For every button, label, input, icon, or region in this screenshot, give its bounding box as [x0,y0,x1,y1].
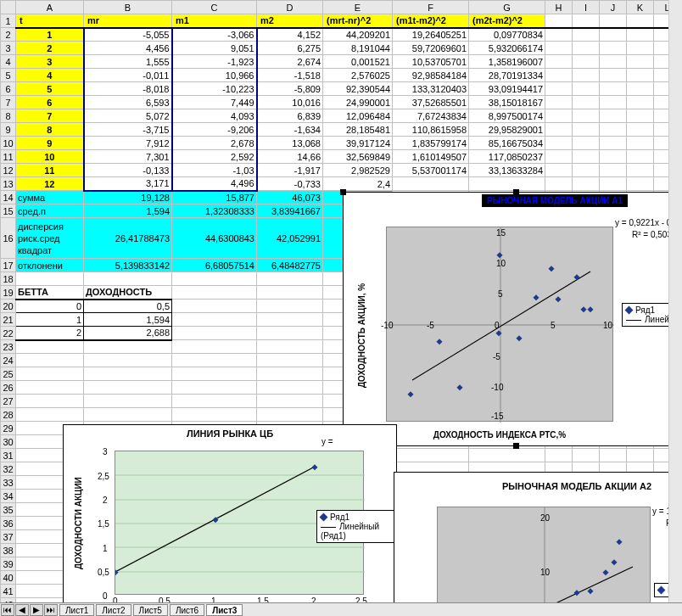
tab-nav[interactable]: ◀ [15,604,29,616]
svg-rect-12 [580,306,586,312]
sheet-tab[interactable]: Лист3 [206,604,243,616]
chart-a2-plot [438,507,651,616]
svg-rect-11 [587,306,593,312]
chart-cb[interactable]: ЛИНИЯ РЫНКА ЦБ ДОХОДНОСТИ АКЦИИ 3 2,5 2 … [63,424,397,616]
sheet-tab[interactable]: Лист6 [170,604,204,616]
svg-rect-8 [573,274,579,280]
svg-rect-23 [311,464,317,470]
svg-rect-31 [573,590,579,596]
chart-a2[interactable]: РЫНОЧНАЯ МОДЕЛЬ АКЦИИ А2 20 10 y = 1,030… [394,472,682,616]
spreadsheet-view: ABCDEFGHIJKL1tmrm1m2(mrt-nr)^2(m1t-m2)^2… [0,0,682,616]
svg-rect-29 [587,588,593,594]
svg-rect-5 [516,335,522,341]
chart-a1-title: РЫНОЧНАЯ МОДЕЛЬ АКЦИИ А1 [482,194,628,207]
chart-cb-title: ЛИНИЯ РЫНКА ЦБ [64,425,396,439]
sheet-tabs: ⏮◀▶⏭Лист1Лист2Лист5Лист6Лист3 [0,602,682,616]
svg-rect-28 [611,559,617,565]
tab-nav[interactable]: ⏭ [44,604,58,616]
svg-line-2 [412,272,590,380]
chart-a1-plot [387,227,614,423]
svg-rect-3 [436,339,442,344]
svg-rect-26 [602,569,608,575]
tab-nav[interactable]: ▶ [30,604,43,616]
chart-cb-legend: Ряд1 Линейный (Ряд1) [316,510,396,543]
chart-cb-eq: y = [321,437,333,446]
svg-rect-7 [407,391,413,397]
tab-nav[interactable]: ⏮ [1,604,14,616]
chart-cb-ylabel: ДОХОДНОСТИ АКЦИИ [74,477,83,569]
chart-a1[interactable]: РЫНОЧНАЯ МОДЕЛЬ АКЦИИ А1 ДОХОДНОСТЬ АКЦИ… [343,192,682,446]
sheet-tab[interactable]: Лист1 [59,604,94,616]
svg-rect-14 [533,294,539,300]
svg-rect-9 [555,296,561,302]
sheet-tab[interactable]: Лист2 [96,604,131,616]
chart-a2-title: РЫНОЧНАЯ МОДЕЛЬ АКЦИИ А2 [394,478,682,491]
svg-rect-10 [456,384,462,390]
chart-a1-ylabel: ДОХОДНОСТЬ АКЦИИ, % [357,283,366,388]
chart-a1-xlabel: ДОХОДНОСТЬ ИНДЕКСА РТС,% [386,430,613,440]
svg-rect-4 [548,266,554,272]
sheet-tab[interactable]: Лист5 [133,604,168,616]
vertical-scrollbar[interactable] [668,0,682,602]
svg-rect-27 [616,539,622,545]
svg-rect-6 [496,252,502,258]
